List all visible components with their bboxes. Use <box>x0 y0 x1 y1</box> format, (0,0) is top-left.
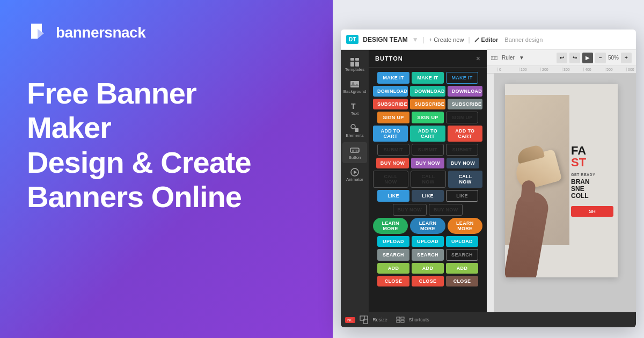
ruler-mark-200: 200 <box>540 68 562 71</box>
addtocart-btn-1[interactable]: ADD TO CART <box>373 126 408 142</box>
submit-btn-2[interactable]: Submit <box>412 144 444 156</box>
search-btn-3[interactable]: SEARCH <box>446 249 478 261</box>
sidebar-item-elements[interactable]: Elements <box>342 120 367 141</box>
zoom-in-btn[interactable]: + <box>621 53 632 63</box>
create-new-btn[interactable]: + Create new <box>429 36 464 43</box>
design-team-label[interactable]: DESIGN TEAM <box>363 36 407 43</box>
hand-arm <box>505 189 551 277</box>
upload-btn-3[interactable]: UPLOAD <box>446 236 478 247</box>
bottom-bar: NE Resize Shortcuts <box>341 312 636 327</box>
signup-btn-3[interactable]: Sign up <box>446 112 478 123</box>
undo-btn[interactable]: ↩ <box>557 53 567 63</box>
sidebar-item-templates[interactable]: Templates <box>342 54 367 75</box>
background-icon <box>350 79 360 89</box>
sidebar-icons: Templates Background T Text <box>341 50 369 312</box>
learnmore-btn-3[interactable]: Learn more <box>448 218 482 234</box>
close-btn-3[interactable]: CLOSE <box>446 276 478 286</box>
make-it-btn-1[interactable]: MAKE IT <box>377 72 409 84</box>
learnmore-btn-2[interactable]: Learn more <box>410 218 445 234</box>
submit-btn-1[interactable]: Submit <box>377 144 409 156</box>
editor-btn[interactable]: Editor <box>474 36 499 43</box>
sidebar-item-button[interactable]: BTN Button <box>342 142 367 163</box>
canvas-ruler-vertical <box>487 74 494 312</box>
app-topbar: DT DESIGN TEAM ▼ | + Create new | Editor… <box>341 30 636 50</box>
close-btn-1[interactable]: CLOSE <box>377 276 409 286</box>
ruler-dropdown[interactable]: ▼ <box>519 55 524 61</box>
add-btn-1[interactable]: ADD <box>377 263 409 274</box>
canvas-area: Ruler ▼ ↩ ↪ ▶ − 50% + 0 100 20 <box>487 50 636 312</box>
left-panel: bannersnack Free Banner Maker Design & C… <box>0 0 333 338</box>
svg-text:BTN: BTN <box>352 149 358 152</box>
panel-close-btn[interactable]: × <box>476 54 480 63</box>
subscribe-btn-3[interactable]: SUBSCRIBE <box>448 99 482 109</box>
svg-point-7 <box>351 124 355 129</box>
svg-rect-8 <box>355 128 358 132</box>
buynow2-btn-2[interactable]: Buy now <box>429 204 463 216</box>
btn-row-make-it: MAKE IT MAKE IT MAKE IT <box>373 72 482 84</box>
buynow2-btn-1[interactable]: Buy now <box>393 204 427 216</box>
like-btn-2[interactable]: Like <box>412 190 444 202</box>
callnow-btn-1[interactable]: Call now <box>373 171 408 188</box>
subscribe-btn-1[interactable]: SUBSCRIBE <box>373 99 408 109</box>
panel-title: BUTTON <box>375 55 403 62</box>
search-btn-2[interactable]: SEARCH <box>412 249 444 261</box>
ruler-mark-100: 100 <box>519 68 540 71</box>
btn-row-buynow2: Buy now Buy now <box>373 204 482 216</box>
btn-row-like: Like Like Like <box>373 190 482 202</box>
callnow-btn-2[interactable]: Call now <box>411 171 446 188</box>
buynow-btn-3[interactable]: BUY NOW <box>447 158 479 168</box>
buynow-btn-2[interactable]: BUY NOW <box>411 158 444 168</box>
close-btn-2[interactable]: CLOSE <box>412 276 444 286</box>
templates-label: Templates <box>345 67 364 72</box>
preview-get-ready: GET READY <box>571 173 613 177</box>
svg-rect-1 <box>355 58 359 61</box>
sidebar-item-text[interactable]: T Text <box>342 98 367 119</box>
search-btn-1[interactable]: SEARCH <box>377 249 409 261</box>
logo-text: bannersnack <box>56 24 145 41</box>
svg-rect-18 <box>397 317 400 319</box>
headline-line1: Free Banner <box>27 76 306 111</box>
svg-rect-17 <box>363 319 368 324</box>
buttons-grid: MAKE IT MAKE IT MAKE IT DOWNLOAD DOWNLOA… <box>369 68 487 291</box>
callnow-btn-3[interactable]: Call now <box>448 171 482 188</box>
sidebar-item-background[interactable]: Background <box>342 76 367 97</box>
btn-row-download: DOWNLOAD DOWNLOAD DOWNLOAD <box>373 86 482 97</box>
add-btn-3[interactable]: ADD <box>446 263 478 274</box>
add-btn-2[interactable]: ADD <box>412 263 444 274</box>
design-preview: FA ST GET READY BRANSNECOLL SH <box>505 84 618 277</box>
download-btn-3[interactable]: DOWNLOAD <box>448 86 482 97</box>
signup-btn-2[interactable]: Sign up <box>412 112 444 123</box>
zoom-label[interactable]: 50% <box>608 55 619 61</box>
zoom-out-btn[interactable]: − <box>595 53 606 63</box>
svg-rect-20 <box>397 320 400 322</box>
redo-btn[interactable]: ↪ <box>569 53 580 63</box>
resize-label[interactable]: Resize <box>372 317 387 322</box>
pencil-icon <box>474 37 480 42</box>
signup-btn-1[interactable]: Sign up <box>377 112 409 123</box>
ruler-label: Ruler <box>502 55 515 61</box>
learnmore-btn-1[interactable]: Learn more <box>373 218 408 234</box>
make-it-btn-2[interactable]: MAKE IT <box>412 72 444 84</box>
canvas-content[interactable]: FA ST GET READY BRANSNECOLL SH <box>487 74 636 312</box>
make-it-btn-3[interactable]: MAKE IT <box>446 72 478 84</box>
addtocart-btn-3[interactable]: ADD TO CART <box>448 126 482 142</box>
upload-btn-2[interactable]: UPLOAD <box>412 236 444 247</box>
like-btn-3[interactable]: Like <box>446 190 478 202</box>
submit-btn-3[interactable]: Submit <box>446 144 478 156</box>
btn-row-add: ADD ADD ADD <box>373 263 482 274</box>
svg-rect-16 <box>360 316 364 320</box>
upload-btn-1[interactable]: UPLOAD <box>377 236 409 247</box>
preview-cta-btn: SH <box>571 206 613 217</box>
download-btn-1[interactable]: DOWNLOAD <box>373 86 408 97</box>
play-btn[interactable]: ▶ <box>582 53 593 63</box>
app-window: DT DESIGN TEAM ▼ | + Create new | Editor… <box>341 30 636 327</box>
shortcuts-label[interactable]: Shortcuts <box>409 317 429 322</box>
download-btn-2[interactable]: DOWNLOAD <box>410 86 445 97</box>
like-btn-1[interactable]: Like <box>377 190 409 202</box>
subscribe-btn-2[interactable]: SUBSCRIBE <box>410 99 445 109</box>
button-label: Button <box>348 155 361 160</box>
sidebar-item-animator[interactable]: Animator <box>342 164 367 185</box>
addtocart-btn-2[interactable]: ADD TO CART <box>410 126 445 142</box>
headline-line2: Maker <box>27 111 306 145</box>
buynow-btn-1[interactable]: BUY NOW <box>376 158 409 168</box>
